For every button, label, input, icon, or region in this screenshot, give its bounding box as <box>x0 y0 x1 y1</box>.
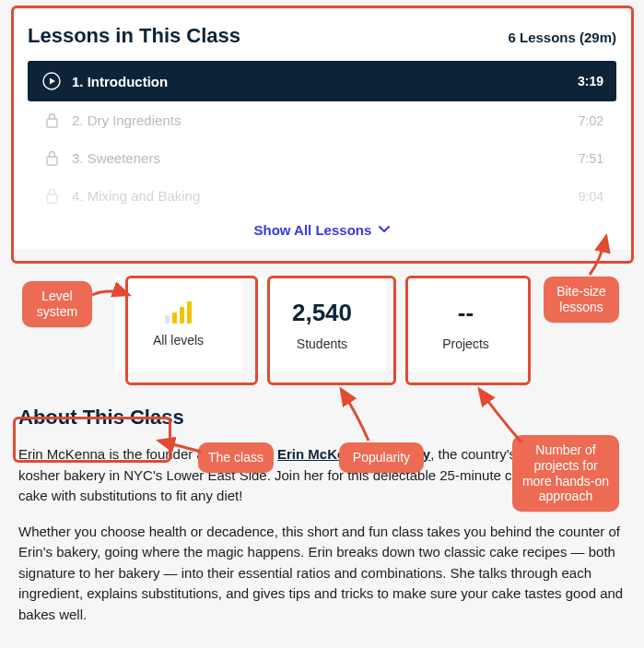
show-all-lessons[interactable]: Show All Lessons <box>28 215 616 238</box>
about-title: About This Class <box>18 406 631 430</box>
svg-rect-1 <box>47 119 57 127</box>
lesson-duration: 3:19 <box>578 74 603 88</box>
lesson-title: 3. Sweeteners <box>72 150 579 166</box>
play-icon <box>41 72 63 90</box>
about-text: , the country's leadin <box>430 446 556 462</box>
show-all-label: Show All Lessons <box>254 222 372 238</box>
lesson-title: 4. Mixing and Baking <box>72 188 579 204</box>
lesson-duration: 7:51 <box>579 151 603 166</box>
svg-rect-3 <box>47 194 57 203</box>
lessons-panel: Lessons in This Class 6 Lessons (29m) 1.… <box>13 9 631 249</box>
lesson-row-2[interactable]: 2. Dry Ingredients 7:02 <box>28 101 616 139</box>
about-text: kosher bakery in NYC's Lower East Side. … <box>18 467 563 483</box>
lesson-title: 1. Introduction <box>72 74 578 89</box>
stat-label: Students <box>297 336 347 351</box>
lessons-title: Lessons in This Class <box>28 24 240 48</box>
lesson-duration: 7:02 <box>579 113 603 128</box>
lesson-duration: 9:04 <box>579 189 603 204</box>
svg-rect-2 <box>47 157 57 165</box>
stats-row: All levels 2,540 Students -- Projects <box>13 277 631 372</box>
bakery-link[interactable]: Erin McKenna's Bakery <box>277 446 430 462</box>
about-body: Erin McKenna is the founder and baker at… <box>13 444 631 625</box>
stat-label: All levels <box>153 333 204 348</box>
about-text: cake with substitutions to fit any diet! <box>18 488 242 503</box>
lesson-row-4[interactable]: 4. Mixing and Baking 9:04 <box>28 177 616 215</box>
lock-icon <box>41 188 63 204</box>
stat-value: -- <box>458 299 474 327</box>
stat-students[interactable]: 2,540 Students <box>259 277 386 372</box>
level-bars-icon <box>165 301 192 324</box>
lesson-title: 2. Dry Ingredients <box>72 112 579 128</box>
stat-level[interactable]: All levels <box>115 277 242 372</box>
lock-icon <box>41 112 63 128</box>
lessons-count: 6 Lessons (29m) <box>508 29 616 45</box>
stat-value: 2,540 <box>292 299 352 327</box>
about-text: Whether you choose health or decadence, … <box>18 522 626 626</box>
lesson-row-1[interactable]: 1. Introduction 3:19 <box>28 61 616 101</box>
stat-projects[interactable]: -- Projects <box>403 277 530 372</box>
lesson-row-3[interactable]: 3. Sweeteners 7:51 <box>28 139 616 177</box>
chevron-down-icon <box>379 221 390 237</box>
stat-label: Projects <box>442 336 489 351</box>
about-text: Erin McKenna is the founder and baker at <box>18 446 277 462</box>
lock-icon <box>41 150 63 166</box>
